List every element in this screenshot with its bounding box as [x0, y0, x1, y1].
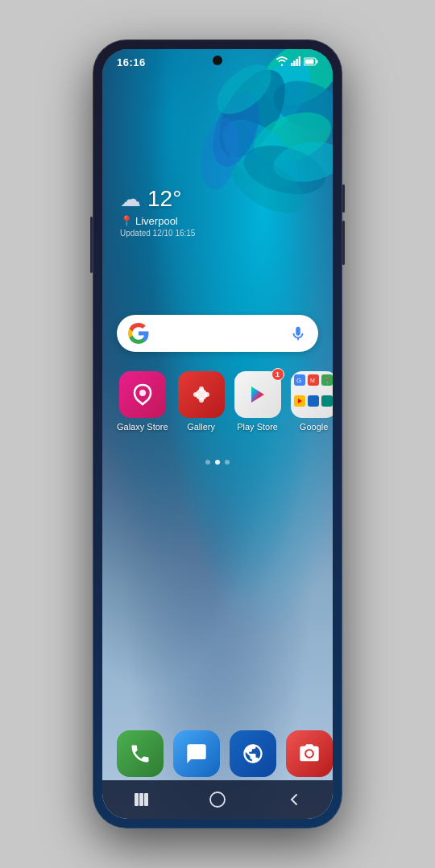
google-folder-icon-wrap: G M 📍 [291, 371, 333, 418]
google-folder-icon: G M 📍 [291, 371, 333, 418]
folder-gmail-icon: M [308, 374, 319, 386]
folder-drive-icon [308, 395, 319, 407]
wallpaper-decoration [172, 49, 333, 275]
wifi-icon [276, 56, 288, 68]
messages-icon [173, 730, 220, 777]
svg-rect-13 [293, 61, 296, 67]
nav-bar [102, 780, 333, 819]
weather-icon: ☁ [120, 187, 141, 212]
svg-rect-32 [139, 793, 143, 806]
app-item-play-store[interactable]: 1 Play Store [234, 371, 281, 432]
nav-back-button[interactable] [278, 783, 310, 816]
weather-location: 📍 Liverpool [120, 215, 195, 227]
weather-temperature: 12° [147, 186, 181, 212]
galaxy-store-icon-wrap [119, 371, 166, 418]
google-g-icon [128, 323, 149, 344]
play-store-badge: 1 [271, 368, 284, 381]
nav-recents-button[interactable] [125, 783, 157, 816]
microphone-icon[interactable] [289, 324, 307, 342]
svg-point-21 [199, 386, 204, 391]
svg-rect-18 [317, 60, 318, 63]
dock-internet[interactable] [230, 730, 276, 777]
nav-home-button[interactable] [201, 783, 234, 816]
status-time: 16:16 [117, 56, 146, 68]
play-store-icon-wrap: 1 [234, 371, 281, 418]
phone-screen: 16:16 [102, 49, 333, 819]
dock [117, 730, 318, 777]
phone-icon [117, 730, 164, 777]
folder-maps-icon: 📍 [321, 374, 333, 386]
volume-down-button[interactable] [342, 221, 345, 265]
svg-text:M: M [310, 378, 315, 383]
gallery-icon-wrap [178, 371, 225, 418]
weather-city: Liverpool [135, 215, 178, 227]
svg-rect-15 [299, 56, 300, 66]
google-search-bar[interactable] [117, 315, 318, 352]
svg-point-22 [199, 398, 204, 403]
svg-marker-25 [251, 386, 264, 403]
signal-icon [291, 56, 300, 68]
galaxy-store-icon [119, 371, 166, 418]
page-dots [102, 460, 333, 465]
status-icons [276, 56, 318, 68]
app-item-galaxy-store[interactable]: Galaxy Store [117, 371, 168, 432]
play-store-label: Play Store [237, 422, 278, 432]
folder-youtube-icon [294, 395, 305, 407]
svg-point-23 [193, 392, 198, 397]
svg-rect-14 [296, 59, 298, 66]
svg-point-24 [205, 392, 209, 397]
camera-icon [286, 730, 333, 777]
page-dot-1 [205, 460, 210, 465]
internet-icon [230, 730, 276, 777]
power-button[interactable] [90, 217, 93, 273]
svg-rect-12 [291, 63, 293, 66]
svg-rect-31 [135, 793, 139, 806]
svg-text:📍: 📍 [324, 377, 331, 384]
google-folder-grid: G M 📍 [291, 371, 333, 418]
folder-google-icon: G [294, 374, 305, 386]
svg-text:G: G [296, 377, 301, 384]
weather-updated: Updated 12/10 16:15 [120, 229, 195, 238]
gallery-label: Gallery [187, 422, 215, 432]
galaxy-store-label: Galaxy Store [117, 422, 168, 432]
gallery-icon [178, 371, 225, 418]
app-grid: Galaxy Store Gallery [117, 371, 318, 432]
page-dot-3 [225, 460, 230, 465]
battery-icon [304, 57, 318, 68]
location-pin-icon: 📍 [120, 215, 133, 227]
camera-notch [213, 56, 222, 65]
page-dot-2 [215, 460, 220, 465]
svg-rect-17 [305, 59, 314, 64]
weather-widget: ☁ 12° 📍 Liverpool Updated 12/10 16:15 [120, 186, 195, 238]
svg-point-34 [210, 792, 225, 807]
dock-messages[interactable] [173, 730, 220, 777]
svg-point-30 [306, 750, 312, 756]
folder-duo-icon [321, 395, 333, 407]
svg-marker-29 [298, 399, 302, 403]
google-folder-label: Google [300, 422, 328, 432]
app-item-gallery[interactable]: Gallery [178, 371, 225, 432]
svg-rect-33 [144, 793, 148, 806]
dock-camera[interactable] [286, 730, 333, 777]
dock-phone[interactable] [117, 730, 164, 777]
svg-point-19 [139, 390, 146, 396]
phone-device: 16:16 [93, 39, 342, 829]
app-item-google-folder[interactable]: G M 📍 [291, 371, 333, 432]
volume-up-button[interactable] [342, 184, 345, 213]
